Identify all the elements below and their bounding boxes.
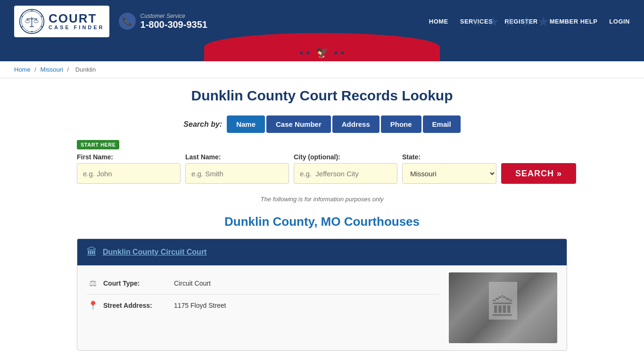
header-stars-decoration: ★ ★ ★ ★ ★ [471, 0, 550, 42]
tab-phone[interactable]: Phone [381, 115, 421, 133]
first-name-input[interactable] [77, 163, 181, 184]
address-value: 1175 Floyd Street [174, 302, 226, 309]
last-name-input[interactable] [185, 163, 289, 184]
search-button[interactable]: SEARCH » [501, 163, 576, 184]
last-name-group: Last Name: [185, 153, 289, 184]
courthouse-name[interactable]: Dunklin County Circuit Court [103, 248, 206, 256]
cs-label: Customer Service [140, 13, 207, 19]
breadcrumb: Home / Missouri / Dunklin [0, 61, 644, 78]
main-content: Dunklin County Court Records Lookup Sear… [63, 78, 581, 362]
courthouse-details: ⚖ Court Type: Circuit Court 📍 Street Add… [87, 272, 439, 343]
header-left: ★ ★ ★ ★ ★ ★ COURT CASE FINDER [14, 6, 207, 37]
logo-finder-label: CASE FINDER [49, 25, 105, 30]
tab-address[interactable]: Address [332, 115, 380, 133]
city-group: City (optional): [294, 153, 397, 184]
court-type-value: Circuit Court [174, 280, 211, 287]
logo-court-label: COURT [49, 12, 105, 25]
logo-emblem-icon: ★ ★ ★ ★ ★ ★ [19, 8, 45, 34]
search-by-label: Search by: [183, 120, 222, 129]
eagle-icon: ★ ★ 🦅 ★ ★ [299, 47, 345, 59]
tab-name[interactable]: Name [227, 115, 265, 133]
nav-member-help[interactable]: MEMBER HELP [550, 18, 598, 25]
state-label: State: [402, 153, 496, 161]
state-group: State: Missouri [402, 153, 496, 184]
nav-login[interactable]: LOGIN [609, 18, 630, 25]
court-type-icon: ⚖ [87, 278, 99, 288]
search-by-row: Search by: Name Case Number Address Phon… [77, 115, 567, 133]
state-select[interactable]: Missouri [402, 163, 496, 184]
court-type-label: Court Type: [103, 280, 169, 287]
cs-text: Customer Service 1-800-309-9351 [140, 13, 207, 30]
svg-point-10 [25, 20, 30, 23]
cs-phone: 1-800-309-9351 [140, 19, 207, 30]
search-tabs: Name Case Number Address Phone Email [227, 115, 460, 133]
svg-text:★: ★ [31, 9, 33, 12]
breadcrumb-state[interactable]: Missouri [41, 66, 63, 73]
tab-case-number[interactable]: Case Number [266, 115, 331, 133]
city-input[interactable] [294, 163, 397, 184]
breadcrumb-county: Dunklin [75, 66, 96, 73]
phone-icon: 📞 [119, 13, 136, 30]
last-name-label: Last Name: [185, 153, 289, 161]
tab-email[interactable]: Email [423, 115, 461, 133]
svg-text:★: ★ [31, 30, 33, 33]
address-icon: 📍 [87, 300, 99, 311]
courthouse-img-placeholder [449, 272, 557, 343]
start-here-badge: START HERE [77, 140, 119, 149]
courthouse-header: 🏛 Dunklin County Circuit Court [77, 239, 567, 265]
svg-point-11 [34, 20, 38, 23]
first-name-group: First Name: [77, 153, 181, 184]
logo-text: COURT CASE FINDER [49, 12, 105, 30]
courthouse-building-icon: 🏛 [87, 246, 97, 258]
first-name-label: First Name: [77, 153, 181, 161]
address-label: Street Address: [103, 302, 169, 309]
info-note: The following is for information purpose… [77, 196, 567, 203]
courthouse-card: 🏛 Dunklin County Circuit Court ⚖ Court T… [77, 239, 567, 351]
city-label: City (optional): [294, 153, 397, 161]
nav-home[interactable]: HOME [429, 18, 448, 25]
swoosh-arc: ★ ★ 🦅 ★ ★ [204, 33, 440, 61]
breadcrumb-home[interactable]: Home [14, 66, 31, 73]
search-form: START HERE First Name: Last Name: City (… [77, 140, 567, 189]
page-title: Dunklin County Court Records Lookup [77, 88, 567, 104]
logo[interactable]: ★ ★ ★ ★ ★ ★ COURT CASE FINDER [14, 6, 109, 37]
courthouse-body: ⚖ Court Type: Circuit Court 📍 Street Add… [77, 265, 567, 350]
courthouse-image [449, 272, 557, 343]
detail-row-address: 📍 Street Address: 1175 Floyd Street [87, 295, 439, 316]
header-swoosh: ★ ★ 🦅 ★ ★ [0, 42, 644, 61]
customer-service: 📞 Customer Service 1-800-309-9351 [119, 13, 207, 30]
form-fields: First Name: Last Name: City (optional): … [77, 153, 567, 184]
courthouses-title: Dunklin County, MO Courthouses [77, 214, 567, 229]
detail-row-court-type: ⚖ Court Type: Circuit Court [87, 272, 439, 295]
